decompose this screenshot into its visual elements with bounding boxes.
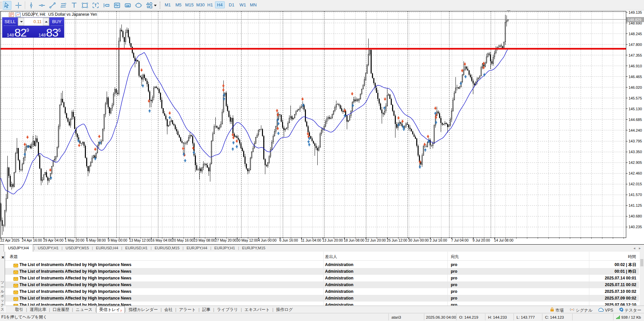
svg-text:6 Jun 16:00: 6 Jun 16:00 [279,238,298,242]
svg-text:140.235: 140.235 [629,225,642,229]
svg-text:144.685: 144.685 [629,118,642,122]
svg-text:USDJPY, H4: US Dollar vs Japa: USDJPY, H4: US Dollar vs Japanese Yen [22,12,97,17]
svg-text:146.465: 146.465 [629,75,642,79]
svg-text:147.800: 147.800 [629,43,642,47]
svg-text:142.905: 142.905 [629,160,642,165]
svg-text:143.350: 143.350 [629,150,642,154]
svg-text:143.795: 143.795 [629,139,642,143]
svg-text:145.575: 145.575 [629,96,642,100]
svg-text:4 Jun 00:00: 4 Jun 00:00 [258,238,276,242]
svg-text:149.135: 149.135 [629,10,642,14]
svg-text:13 Jun 20:00: 13 Jun 20:00 [322,238,343,242]
svg-text:20 May 16:00: 20 May 16:00 [172,238,194,242]
svg-text:142.015: 142.015 [629,182,642,186]
svg-text:2 Jul 16:00: 2 Jul 16:00 [430,238,447,242]
svg-text:140.680: 140.680 [629,214,642,218]
svg-text:13 May 12:00: 13 May 12:00 [129,238,151,242]
svg-text:146.910: 146.910 [629,64,642,68]
svg-text:147.355: 147.355 [629,53,642,57]
svg-text:144.240: 144.240 [629,128,642,132]
svg-text:9 May 00:00: 9 May 00:00 [108,238,127,242]
svg-text:16 May 04:00: 16 May 04:00 [151,238,172,242]
svg-text:30 May 12:00: 30 May 12:00 [236,238,258,242]
svg-text:23 May 08:00: 23 May 08:00 [194,238,215,242]
svg-text:6 May 08:00: 6 May 08:00 [86,238,106,242]
svg-text:1 May 20:00: 1 May 20:00 [65,238,84,242]
svg-text:OK: OK [126,5,130,7]
svg-text:14 Jul 08:00: 14 Jul 08:00 [494,238,514,242]
svg-text:148.829: 148.829 [628,18,641,22]
svg-text:11 Jun 04:00: 11 Jun 04:00 [301,238,321,242]
svg-text:30 Jun 00:00: 30 Jun 00:00 [408,238,429,242]
svg-text:141.570: 141.570 [629,193,642,197]
svg-text:7 Jul 04:00: 7 Jul 04:00 [451,238,469,242]
svg-text:27 May 20:00: 27 May 20:00 [215,238,236,242]
svg-text:142.460: 142.460 [629,171,642,175]
svg-text:22 Apr 2025: 22 Apr 2025 [0,238,19,242]
svg-text:148.245: 148.245 [629,32,642,36]
svg-text:22 Jun 20:00: 22 Jun 20:00 [365,238,386,242]
svg-text:141.125: 141.125 [629,203,642,207]
svg-text:24 Apr 16:00: 24 Apr 16:00 [22,238,42,242]
svg-text:29 Apr 04:00: 29 Apr 04:00 [43,238,63,242]
svg-text:18 Jun 08:00: 18 Jun 08:00 [344,238,364,242]
svg-text:9 Jul 20:00: 9 Jul 20:00 [473,238,490,242]
svg-text:25 Jun 12:00: 25 Jun 12:00 [387,238,407,242]
svg-text:145.130: 145.130 [629,107,642,111]
svg-text:146.020: 146.020 [629,85,642,89]
